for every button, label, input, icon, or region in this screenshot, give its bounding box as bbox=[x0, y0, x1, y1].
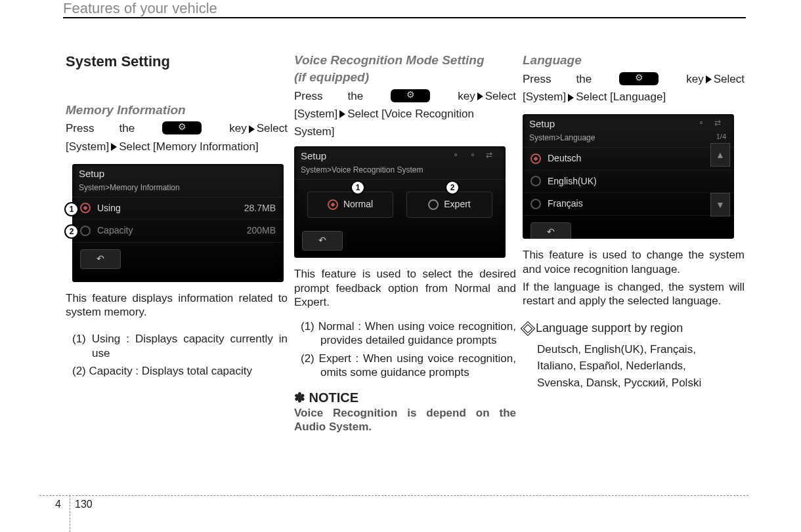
language-subhead: Language bbox=[523, 52, 745, 68]
footer-rule bbox=[39, 495, 748, 496]
lang-support-line2: Italiano, Español, Nederlands, bbox=[537, 358, 745, 375]
header-rule bbox=[63, 17, 746, 18]
column-3: Language Press the keySelect [System]Sel… bbox=[523, 52, 745, 391]
memory-body: This feature displays information relate… bbox=[66, 291, 288, 319]
gear-icon bbox=[391, 89, 430, 102]
screenshot-breadcrumb: System>Memory Information bbox=[72, 182, 284, 197]
gear-icon bbox=[162, 121, 202, 134]
lang-row-francais[interactable]: Français bbox=[523, 193, 734, 216]
page-number: 130 bbox=[75, 499, 93, 510]
memory-li2: (2) Capacity : Displays total capacity bbox=[72, 364, 288, 378]
press-line-2: [System]Select [Memory Information] bbox=[66, 140, 288, 153]
memory-li1: (1) Using : Displays capacity currently … bbox=[72, 332, 288, 360]
radio-off-icon bbox=[530, 199, 541, 209]
memory-info-screenshot: Setup System>Memory Information Using 28… bbox=[72, 164, 284, 282]
back-button[interactable]: ↶ bbox=[530, 222, 571, 239]
page: Features of your vehicle System Setting … bbox=[0, 0, 801, 532]
lang-support-label: Language support by region bbox=[536, 321, 683, 335]
word-press: Press bbox=[66, 121, 94, 135]
triangle-icon bbox=[706, 75, 712, 83]
press-line-1: Press the keySelect bbox=[523, 72, 745, 86]
word-key: key bbox=[229, 122, 246, 134]
lang-row-english[interactable]: English(UK) bbox=[523, 171, 734, 194]
vrs-li1: (1) Normal : When using voice recognitio… bbox=[301, 319, 516, 348]
back-button[interactable]: ↶ bbox=[302, 231, 343, 251]
scroll-up-button[interactable]: ▲ bbox=[710, 143, 730, 167]
notice-body: Voice Recognition is depend on the Audio… bbox=[294, 406, 516, 434]
triangle-icon bbox=[339, 110, 345, 118]
status-icons: ⚬ ⇄ bbox=[698, 118, 725, 128]
screenshot-breadcrumb: System>Language bbox=[523, 132, 734, 148]
header-title: Features of your vehicle bbox=[63, 0, 217, 17]
diamond-icon bbox=[523, 323, 532, 333]
lang-label: Deutsch bbox=[548, 153, 726, 165]
lang-support-heading: Language support by region bbox=[523, 321, 745, 336]
triangle-icon bbox=[111, 143, 117, 151]
radio-off-icon bbox=[530, 176, 541, 186]
chapter-number: 4 bbox=[55, 499, 61, 510]
section-title: System Setting bbox=[66, 52, 288, 71]
press-line-2: [System]Select [Language] bbox=[523, 90, 745, 104]
capacity-value: 200MB bbox=[247, 225, 276, 237]
word-key: key bbox=[458, 90, 475, 102]
radio-on-icon bbox=[328, 199, 338, 210]
press-line-1: Press the keySelect bbox=[294, 89, 516, 103]
lang-support-line3: Svenska, Dansk, Русский, Polski bbox=[537, 375, 745, 392]
triangle-icon bbox=[477, 92, 483, 100]
capacity-label: Capacity bbox=[97, 225, 247, 237]
capacity-row: Capacity 200MB bbox=[72, 220, 284, 243]
vrs-subhead-2: (if equipped) bbox=[294, 70, 516, 85]
word-the: the bbox=[119, 121, 135, 135]
word-the: the bbox=[576, 72, 592, 86]
footer-vertical-rule bbox=[70, 495, 70, 532]
radio-on-icon bbox=[80, 203, 91, 213]
radio-off-icon bbox=[80, 226, 91, 236]
lang-support-line1: Deutsch, English(UK), Français, bbox=[537, 341, 745, 358]
screenshot-breadcrumb: System>Voice Recognition System bbox=[294, 164, 506, 180]
page-count: 1/4 bbox=[716, 133, 726, 142]
scroll-down-button[interactable]: ▼ bbox=[710, 193, 730, 216]
lang-row-deutsch[interactable]: Deutsch bbox=[523, 148, 734, 171]
screenshot-title: Setup bbox=[72, 164, 284, 182]
vrs-body: This feature is used to select the desir… bbox=[294, 267, 516, 309]
word-press: Press bbox=[294, 89, 322, 103]
triangle-icon bbox=[568, 94, 574, 102]
vrs-screenshot: Setup ⚬ ⚬ ⇄ System>Voice Recognition Sys… bbox=[294, 146, 506, 258]
marker-2: 2 bbox=[64, 224, 79, 239]
press-line-1: Press the keySelect bbox=[66, 121, 288, 135]
gear-icon bbox=[619, 72, 659, 85]
expert-option[interactable]: Expert bbox=[406, 192, 492, 218]
press-line-2: [System]Select [Voice Recognition bbox=[294, 107, 516, 121]
lang-body-2: If the language is changed, the system w… bbox=[523, 280, 745, 308]
word-select: Select bbox=[257, 122, 288, 134]
column-1: System Setting Memory Information Press … bbox=[66, 52, 288, 382]
press-l2a: Select [Voice Recognition bbox=[347, 108, 474, 120]
lang-label: Français bbox=[548, 198, 726, 210]
status-icons: ⚬ ⚬ ⇄ bbox=[452, 150, 496, 160]
radio-off-icon bbox=[428, 199, 439, 210]
word-press: Press bbox=[523, 72, 551, 86]
normal-option[interactable]: Normal bbox=[307, 192, 393, 218]
using-label: Using bbox=[97, 203, 244, 215]
radio-on-icon bbox=[530, 153, 541, 164]
using-value: 28.7MB bbox=[244, 203, 276, 215]
press-line-2b: System] bbox=[294, 125, 516, 138]
vrs-li2: (2) Expert : When using voice recognitio… bbox=[301, 352, 516, 380]
lang-label: English(UK) bbox=[548, 176, 726, 188]
column-2: Voice Recognition Mode Setting (if equip… bbox=[294, 52, 516, 438]
word-the: the bbox=[348, 89, 364, 103]
marker-1: 1 bbox=[64, 202, 79, 216]
press-l2: Select [Language] bbox=[576, 91, 666, 103]
using-row: Using 28.7MB bbox=[72, 197, 284, 220]
language-screenshot: Setup ⚬ ⇄ System>Language 1/4 Deutsch En… bbox=[523, 114, 734, 239]
word-select: Select bbox=[714, 73, 745, 85]
word-select: Select bbox=[485, 90, 516, 102]
expert-label: Expert bbox=[444, 199, 470, 209]
press-l2-text: Select [Memory Information] bbox=[119, 140, 259, 153]
triangle-icon bbox=[249, 125, 255, 133]
back-button[interactable]: ↶ bbox=[80, 249, 121, 269]
normal-label: Normal bbox=[343, 199, 373, 209]
lang-body-1: This feature is used to change the syste… bbox=[523, 248, 745, 276]
notice-label: ✽ NOTICE bbox=[294, 390, 516, 406]
memory-info-subhead: Memory Information bbox=[66, 102, 288, 118]
